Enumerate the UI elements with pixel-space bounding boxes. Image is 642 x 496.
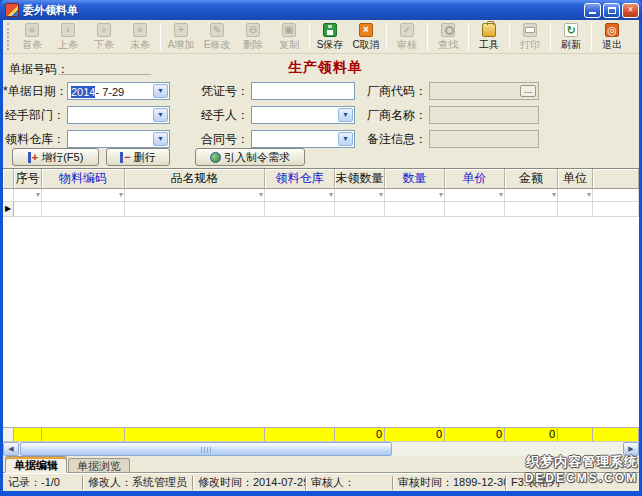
toolbar-button-exit[interactable]: ◎ 退出 — [594, 20, 630, 53]
filter-cell[interactable]: ▾ — [42, 189, 125, 202]
filter-cell[interactable]: ▾ — [125, 189, 265, 202]
cell-spec[interactable] — [125, 202, 265, 217]
status-audit-time: 审核时间：1899-12-30 — [393, 476, 506, 490]
table-row: ▶ — [3, 202, 639, 217]
toolbar-button-find: 查找 — [430, 20, 466, 53]
cell-seq[interactable] — [14, 202, 42, 217]
toolbar-separator — [591, 23, 592, 50]
filter-cell[interactable]: ▾ — [265, 189, 335, 202]
filter-cell[interactable]: ▾ — [335, 189, 385, 202]
voucher-label: 凭证号： — [195, 83, 249, 99]
remark-field — [429, 130, 539, 148]
vendor-name-label: 厂商名称： — [365, 107, 427, 123]
refresh-icon: ↻ — [564, 23, 578, 37]
cell-unreceived-qty[interactable] — [335, 202, 385, 217]
close-button[interactable]: × — [622, 3, 639, 18]
cell-unit-price[interactable] — [445, 202, 505, 217]
column-header-qty[interactable]: 数量 — [385, 169, 445, 189]
column-header-warehouse[interactable]: 领料仓库 — [265, 169, 335, 189]
column-header-seq[interactable]: 序号 — [14, 169, 42, 189]
date-label: *单据日期： — [3, 83, 65, 99]
warehouse-dropdown-icon[interactable]: ▼ — [153, 132, 168, 146]
date-dropdown-icon[interactable]: ▼ — [153, 84, 168, 98]
column-header-unit[interactable]: 单位 — [558, 169, 593, 189]
date-combobox[interactable]: 2014- 7-29 ▼ — [67, 82, 170, 100]
column-header-material-code[interactable]: 物料编码 — [42, 169, 125, 189]
dept-dropdown-icon[interactable]: ▼ — [153, 108, 168, 122]
cell-unit[interactable] — [558, 202, 593, 217]
filter-dropdown-icon[interactable]: ▾ — [439, 189, 443, 201]
handler-dropdown-icon[interactable]: ▼ — [338, 108, 353, 122]
vendor-lookup-button[interactable]: … — [520, 85, 536, 97]
document-header-form: 单据号码： 生产领料单 *单据日期： 2014- 7-29 ▼ 凭证号： 厂商代… — [3, 54, 639, 148]
add-record-icon: + — [174, 23, 188, 37]
toolbar-button-first: « 首条 — [14, 20, 50, 53]
status-record: 记录：-1/0 — [3, 476, 83, 490]
filter-dropdown-icon[interactable]: ▾ — [379, 189, 383, 201]
column-header-unreceived-qty[interactable]: 未领数量 — [335, 169, 385, 189]
contract-combobox[interactable]: ▼ — [251, 130, 355, 148]
status-bar: 记录：-1/0 修改人：系统管理员 修改时间：2014-07-29 审核人： 审… — [3, 473, 639, 491]
filter-dropdown-icon[interactable]: ▾ — [552, 189, 556, 201]
handler-combobox[interactable]: ▼ — [251, 106, 355, 124]
toolbar-button-save[interactable]: S保存 — [312, 20, 348, 53]
tab-document-edit[interactable]: 单据编辑 — [5, 456, 67, 473]
tab-document-browse[interactable]: 单据浏览 — [68, 458, 130, 472]
grid-actions-bar: + 增行(F5) − 删行 引入制令需求 — [3, 148, 639, 168]
totals-warehouse — [265, 427, 335, 441]
grid-filter-row: ▾ ▾ ▾ ▾ ▾ ▾ ▾ ▾ ▾ — [3, 189, 639, 202]
totals-qty: 0 — [385, 427, 445, 441]
scroll-right-icon[interactable]: ▶ — [623, 442, 639, 456]
filter-cell[interactable]: ▾ — [14, 189, 42, 202]
totals-unit — [558, 427, 593, 441]
cell-warehouse[interactable] — [265, 202, 335, 217]
import-demand-button[interactable]: 引入制令需求 — [195, 148, 305, 166]
filter-cell[interactable]: ▾ — [385, 189, 445, 202]
status-modified-time: 修改时间：2014-07-29 — [193, 476, 306, 490]
toolbar-button-cancel[interactable]: × C取消 — [348, 20, 384, 53]
cancel-icon: × — [359, 23, 373, 37]
scroll-left-icon[interactable]: ◀ — [3, 442, 19, 456]
contract-dropdown-icon[interactable]: ▼ — [338, 132, 353, 146]
globe-icon — [210, 152, 221, 163]
filter-dropdown-icon[interactable]: ▾ — [36, 189, 40, 201]
column-header-filler — [593, 169, 639, 189]
totals-selector-cell — [3, 427, 14, 441]
filter-cell[interactable]: ▾ — [505, 189, 558, 202]
column-header-unit-price[interactable]: 单价 — [445, 169, 505, 189]
doc-no-field[interactable] — [59, 60, 151, 75]
add-row-button[interactable]: + 增行(F5) — [12, 148, 99, 166]
filter-dropdown-icon[interactable]: ▾ — [587, 189, 591, 201]
dept-combobox[interactable]: ▼ — [67, 106, 170, 124]
toolbar-separator — [160, 23, 161, 50]
filter-cell[interactable]: ▾ — [558, 189, 593, 202]
delete-row-button[interactable]: − 删行 — [106, 148, 170, 166]
filter-dropdown-icon[interactable]: ▾ — [259, 189, 263, 201]
toolbar-button-tools[interactable]: 工具 — [471, 20, 507, 53]
edit-record-icon: ✎ — [210, 23, 224, 37]
horizontal-scrollbar[interactable]: ◀ ▶ — [3, 441, 639, 456]
detail-grid: 序号 物料编码 品名规格 领料仓库 未领数量 数量 单价 金额 单位 ▾ ▾ ▾… — [3, 168, 639, 456]
scrollbar-track[interactable] — [392, 442, 623, 456]
title-bar: 委外领料单 × — [0, 0, 642, 20]
minimize-button[interactable] — [584, 3, 601, 18]
maximize-button[interactable] — [603, 3, 620, 18]
column-header-spec[interactable]: 品名规格 — [125, 169, 265, 189]
filter-selector-cell — [3, 189, 14, 202]
cell-amount[interactable] — [505, 202, 558, 217]
toolbar-separator — [468, 23, 469, 50]
handler-label: 经手人： — [195, 107, 249, 123]
last-record-icon: » — [133, 23, 147, 37]
voucher-input[interactable] — [251, 82, 355, 100]
filter-cell[interactable]: ▾ — [445, 189, 505, 202]
cell-material-code[interactable] — [42, 202, 125, 217]
toolbar-button-refresh[interactable]: ↻ 刷新 — [553, 20, 589, 53]
save-icon — [323, 23, 337, 37]
filter-dropdown-icon[interactable]: ▾ — [329, 189, 333, 201]
cell-qty[interactable] — [385, 202, 445, 217]
scrollbar-thumb[interactable] — [20, 442, 392, 456]
filter-dropdown-icon[interactable]: ▾ — [499, 189, 503, 201]
column-header-amount[interactable]: 金额 — [505, 169, 558, 189]
warehouse-combobox[interactable]: ▼ — [67, 130, 170, 148]
filter-dropdown-icon[interactable]: ▾ — [119, 189, 123, 201]
